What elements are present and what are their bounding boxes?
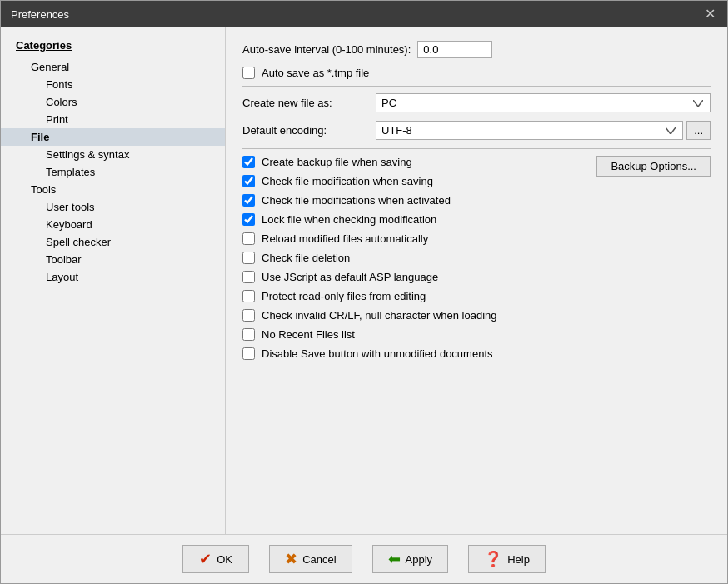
apply-label: Apply	[406, 553, 433, 566]
checkbox-row-reload-modified: Reload modified files automatically	[242, 232, 596, 245]
dialog-body: Categories GeneralFontsColorsPrintFileSe…	[1, 27, 727, 534]
sidebar-item-fonts[interactable]: Fonts	[1, 76, 225, 93]
auto-save-tmp-label[interactable]: Auto save as *.tmp file	[262, 67, 369, 79]
sidebar: Categories GeneralFontsColorsPrintFileSe…	[1, 27, 226, 534]
checkbox-protect-readonly[interactable]	[242, 290, 255, 302]
checkbox-label-no-recent-files[interactable]: No Recent Files list	[262, 328, 355, 341]
ok-label: OK	[217, 553, 232, 566]
checkbox-check-modification-saving[interactable]	[242, 175, 255, 187]
checkbox-row-protect-readonly: Protect read-only files from editing	[242, 290, 596, 302]
checkbox-label-protect-readonly[interactable]: Protect read-only files from editing	[262, 290, 426, 302]
checkbox-label-reload-modified[interactable]: Reload modified files automatically	[262, 232, 428, 245]
preferences-dialog: Preferences ✕ Categories GeneralFontsCol…	[0, 0, 728, 584]
sidebar-item-file[interactable]: File	[1, 128, 225, 146]
checkbox-row-lock-file: Lock file when checking modification	[242, 213, 596, 226]
title-bar: Preferences ✕	[1, 1, 727, 27]
main-content: Auto-save interval (0-100 minutes): Auto…	[226, 27, 727, 534]
checkbox-check-crlf[interactable]	[242, 309, 255, 322]
ok-button[interactable]: ✔ OK	[182, 545, 249, 573]
sidebar-item-print[interactable]: Print	[1, 111, 225, 128]
checkbox-lock-file[interactable]	[242, 213, 255, 226]
help-label: Help	[507, 553, 530, 566]
create-new-file-row: Create new file as: PCUnixMac	[242, 93, 711, 112]
sidebar-item-toolbar[interactable]: Toolbar	[1, 251, 225, 268]
apply-button[interactable]: ⬅ Apply	[372, 545, 449, 573]
sidebar-item-general[interactable]: General	[1, 58, 225, 76]
checkboxes-section: Create backup file when savingCheck file…	[242, 156, 596, 367]
checkbox-create-backup[interactable]	[242, 156, 255, 168]
auto-save-tmp-row: Auto save as *.tmp file	[242, 67, 711, 79]
checkbox-no-recent-files[interactable]	[242, 328, 255, 341]
checkbox-check-modifications-activated[interactable]	[242, 194, 255, 207]
checkbox-label-check-modifications-activated[interactable]: Check file modifications when activated	[262, 194, 451, 207]
sidebar-item-colors[interactable]: Colors	[1, 93, 225, 111]
checkbox-row-create-backup: Create backup file when saving	[242, 156, 596, 168]
default-encoding-row: Default encoding: UTF-8UTF-16ANSIASCII .…	[242, 121, 711, 140]
checkbox-label-use-jscript[interactable]: Use JScript as default ASP language	[262, 271, 438, 283]
checkbox-label-check-deletion[interactable]: Check file deletion	[262, 252, 350, 264]
checkbox-row-check-modification-saving: Check file modification when saving	[242, 175, 596, 187]
sidebar-item-tools[interactable]: Tools	[1, 181, 225, 198]
default-encoding-label: Default encoding:	[242, 124, 376, 137]
create-new-file-select[interactable]: PCUnixMac	[376, 93, 711, 112]
autosave-input[interactable]	[417, 41, 492, 58]
checkbox-row-use-jscript: Use JScript as default ASP language	[242, 271, 596, 283]
close-button[interactable]: ✕	[703, 7, 717, 21]
sidebar-item-keyboard[interactable]: Keyboard	[1, 216, 225, 233]
checkbox-label-create-backup[interactable]: Create backup file when saving	[262, 156, 412, 168]
checkbox-reload-modified[interactable]	[242, 232, 255, 245]
checkbox-label-lock-file[interactable]: Lock file when checking modification	[262, 213, 436, 226]
checkbox-use-jscript[interactable]	[242, 271, 255, 283]
divider-2	[242, 148, 711, 149]
cancel-button[interactable]: ✖ Cancel	[269, 545, 352, 573]
cancel-label: Cancel	[302, 553, 336, 566]
checkbox-row-no-recent-files: No Recent Files list	[242, 328, 596, 341]
checkbox-check-deletion[interactable]	[242, 252, 255, 264]
checkbox-row-check-crlf: Check invalid CR/LF, null character when…	[242, 309, 596, 322]
checkbox-row-disable-save-btn: Disable Save button with unmodified docu…	[242, 347, 596, 360]
sidebar-header: Categories	[1, 36, 225, 58]
cancel-icon: ✖	[285, 550, 297, 568]
backup-options-button[interactable]: Backup Options...	[596, 156, 711, 177]
apply-icon: ⬅	[388, 550, 401, 568]
sidebar-item-settings-syntax[interactable]: Settings & syntax	[1, 146, 225, 163]
sidebar-item-spell-checker[interactable]: Spell checker	[1, 233, 225, 251]
checkbox-row-check-modifications-activated: Check file modifications when activated	[242, 194, 596, 207]
checkbox-row-check-deletion: Check file deletion	[242, 252, 596, 264]
auto-save-tmp-checkbox[interactable]	[242, 67, 255, 79]
divider-1	[242, 86, 711, 87]
checkbox-disable-save-btn[interactable]	[242, 347, 255, 360]
backup-row: Create backup file when savingCheck file…	[242, 156, 711, 367]
sidebar-item-layout[interactable]: Layout	[1, 268, 225, 286]
checkbox-label-check-modification-saving[interactable]: Check file modification when saving	[262, 175, 433, 187]
help-button[interactable]: ❓ Help	[468, 545, 546, 573]
autosave-row: Auto-save interval (0-100 minutes):	[242, 41, 711, 58]
autosave-label: Auto-save interval (0-100 minutes):	[242, 43, 411, 56]
create-new-file-label: Create new file as:	[242, 97, 376, 109]
ok-icon: ✔	[199, 550, 212, 568]
sidebar-item-user-tools[interactable]: User tools	[1, 198, 225, 216]
checkbox-label-disable-save-btn[interactable]: Disable Save button with unmodified docu…	[262, 347, 493, 360]
browse-button[interactable]: ...	[686, 121, 711, 140]
footer: ✔ OK ✖ Cancel ⬅ Apply ❓ Help	[1, 534, 727, 583]
sidebar-item-templates[interactable]: Templates	[1, 163, 225, 181]
help-icon: ❓	[484, 550, 502, 568]
checkbox-label-check-crlf[interactable]: Check invalid CR/LF, null character when…	[262, 309, 497, 322]
dialog-title: Preferences	[11, 8, 69, 21]
default-encoding-select[interactable]: UTF-8UTF-16ANSIASCII	[376, 121, 683, 140]
